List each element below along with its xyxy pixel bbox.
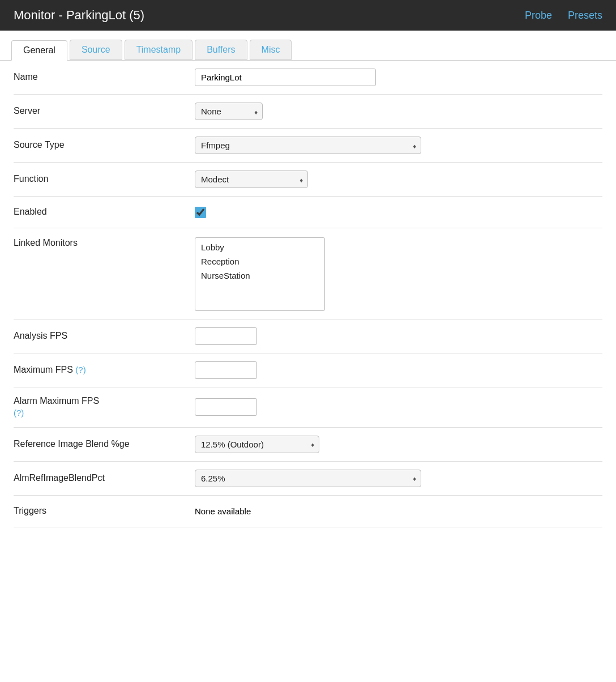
linked-monitors-row: Linked Monitors Lobby Reception NurseSta… (14, 228, 602, 319)
tab-general[interactable]: General (11, 40, 67, 61)
server-row: Server None (14, 95, 602, 129)
alarm-max-fps-control (195, 398, 602, 416)
ref-image-blend-control: 12.5% (Outdoor) 25% 50% 6.25% (195, 436, 602, 453)
list-item[interactable]: NurseStation (195, 268, 324, 283)
function-row: Function None Monitor Modect Record Moco… (14, 163, 602, 197)
max-fps-control (195, 361, 602, 379)
tab-misc[interactable]: Misc (250, 40, 292, 60)
ref-image-blend-select[interactable]: 12.5% (Outdoor) 25% 50% 6.25% (195, 436, 319, 453)
name-row: Name (14, 61, 602, 95)
source-type-label: Source Type (14, 139, 195, 151)
name-control (195, 69, 602, 86)
analysis-fps-row: Analysis FPS (14, 319, 602, 353)
source-type-row: Source Type Ffmpeg Local Remote File NVS… (14, 129, 602, 163)
linked-monitors-control: Lobby Reception NurseStation (195, 237, 602, 311)
enabled-label: Enabled (14, 206, 195, 218)
source-type-control: Ffmpeg Local Remote File NVSocket cURL V… (195, 137, 602, 154)
form-area: Name Server None Source Type Ffmpeg Loca… (0, 61, 616, 527)
alm-ref-image-row: AlmRefImageBlendPct 6.25% 12.5% 25% 50% (14, 462, 602, 496)
function-select-wrapper: None Monitor Modect Record Mocord Nodect (195, 170, 308, 188)
ref-image-blend-row: Reference Image Blend %ge 12.5% (Outdoor… (14, 428, 602, 462)
server-select[interactable]: None (195, 103, 263, 120)
alarm-max-fps-row: Alarm Maximum FPS (?) (14, 387, 602, 428)
enabled-checkbox[interactable] (195, 207, 206, 218)
presets-link[interactable]: Presets (568, 10, 602, 22)
triggers-label: Triggers (14, 505, 195, 517)
server-select-wrapper: None (195, 103, 263, 120)
alarm-max-fps-help[interactable]: (?) (14, 408, 24, 417)
alarm-max-fps-input[interactable] (195, 398, 257, 416)
enabled-row: Enabled (14, 197, 602, 228)
name-label: Name (14, 71, 195, 83)
alm-ref-image-label: AlmRefImageBlendPct (14, 472, 195, 484)
source-type-select-wrapper: Ffmpeg Local Remote File NVSocket cURL V… (195, 137, 421, 154)
alm-ref-image-select-wrapper: 6.25% 12.5% 25% 50% (195, 470, 421, 487)
analysis-fps-control (195, 327, 602, 345)
linked-monitors-listbox[interactable]: Lobby Reception NurseStation (195, 237, 325, 311)
tabs-bar: General Source Timestamp Buffers Misc (0, 31, 616, 61)
alarm-max-fps-label: Alarm Maximum FPS (?) (14, 395, 195, 419)
linked-monitors-label: Linked Monitors (14, 237, 195, 249)
alm-ref-image-select[interactable]: 6.25% 12.5% 25% 50% (195, 470, 421, 487)
tab-timestamp[interactable]: Timestamp (125, 40, 193, 60)
alm-ref-image-control: 6.25% 12.5% 25% 50% (195, 470, 602, 487)
server-label: Server (14, 105, 195, 117)
list-item[interactable]: Reception (195, 254, 324, 268)
analysis-fps-label: Analysis FPS (14, 330, 195, 342)
source-type-select[interactable]: Ffmpeg Local Remote File NVSocket cURL V… (195, 137, 421, 154)
header: Monitor - ParkingLot (5) Probe Presets (0, 0, 616, 31)
max-fps-label: Maximum FPS (?) (14, 364, 195, 376)
max-fps-help[interactable]: (?) (75, 365, 85, 374)
function-control: None Monitor Modect Record Mocord Nodect (195, 170, 602, 188)
probe-link[interactable]: Probe (525, 10, 552, 22)
max-fps-row: Maximum FPS (?) (14, 353, 602, 387)
analysis-fps-input[interactable] (195, 327, 257, 345)
list-item[interactable]: Lobby (195, 240, 324, 254)
triggers-value: None available (195, 506, 251, 516)
page-title: Monitor - ParkingLot (5) (14, 8, 144, 23)
enabled-control (195, 207, 602, 218)
max-fps-input[interactable] (195, 361, 257, 379)
function-select[interactable]: None Monitor Modect Record Mocord Nodect (195, 170, 308, 188)
triggers-row: Triggers None available (14, 496, 602, 527)
server-control: None (195, 103, 602, 120)
tab-buffers[interactable]: Buffers (195, 40, 247, 60)
ref-image-blend-select-wrapper: 12.5% (Outdoor) 25% 50% 6.25% (195, 436, 319, 453)
function-label: Function (14, 173, 195, 185)
ref-image-blend-label: Reference Image Blend %ge (14, 438, 195, 450)
triggers-control: None available (195, 506, 602, 516)
tab-source[interactable]: Source (70, 40, 122, 60)
header-actions: Probe Presets (525, 10, 602, 22)
name-input[interactable] (195, 69, 376, 86)
